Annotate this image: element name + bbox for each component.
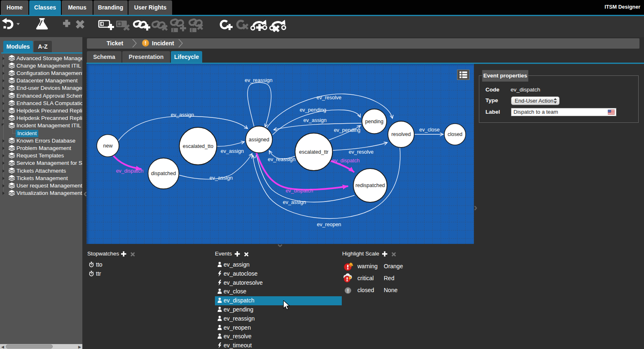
svg-text:pending: pending bbox=[365, 119, 384, 124]
svg-text:ev_resolve: ev_resolve bbox=[349, 149, 373, 155]
svg-text:ev_reassign: ev_reassign bbox=[245, 77, 272, 83]
svg-text:ev_assign: ev_assign bbox=[210, 175, 233, 181]
svg-text:ev_assign: ev_assign bbox=[171, 112, 194, 118]
svg-text:ev_dispatch: ev_dispatch bbox=[116, 168, 144, 174]
svg-text:assigned: assigned bbox=[249, 137, 269, 143]
svg-text:ev_reassign: ev_reassign bbox=[268, 157, 295, 162]
svg-text:ev_assign: ev_assign bbox=[221, 148, 244, 154]
svg-text:escalated_tto: escalated_tto bbox=[183, 143, 213, 149]
svg-text:redispatched: redispatched bbox=[355, 183, 385, 188]
svg-text:ev_assign: ev_assign bbox=[283, 199, 306, 205]
svg-text:ev_pending: ev_pending bbox=[300, 107, 327, 113]
svg-text:ev_dispatch: ev_dispatch bbox=[332, 158, 360, 164]
svg-text:escalated_ttr: escalated_ttr bbox=[299, 149, 329, 155]
svg-text:ev_assign: ev_assign bbox=[303, 117, 327, 123]
svg-text:ev_resolve: ev_resolve bbox=[317, 95, 341, 101]
svg-text:dispatched: dispatched bbox=[151, 171, 176, 176]
svg-text:ev_dispatch: ev_dispatch bbox=[286, 188, 313, 194]
svg-text:closed: closed bbox=[448, 131, 462, 137]
svg-text:new: new bbox=[103, 143, 113, 149]
svg-text:ev_close: ev_close bbox=[419, 127, 439, 133]
svg-text:resolved: resolved bbox=[391, 131, 411, 137]
svg-text:ev_pending: ev_pending bbox=[334, 127, 361, 133]
svg-text:!: ! bbox=[347, 288, 349, 294]
svg-text:ev_reopen: ev_reopen bbox=[317, 222, 341, 227]
